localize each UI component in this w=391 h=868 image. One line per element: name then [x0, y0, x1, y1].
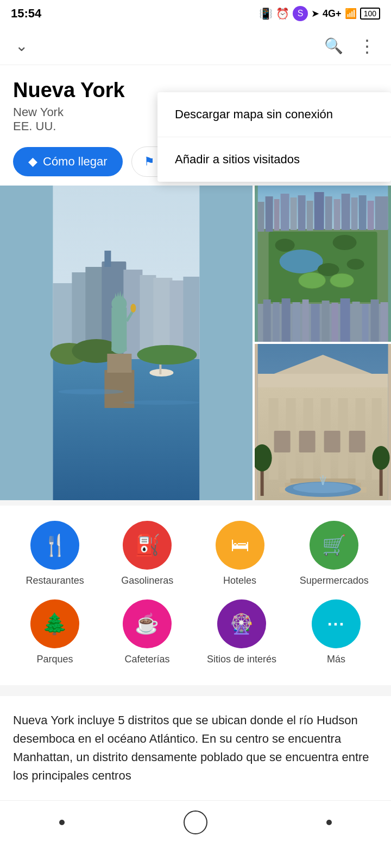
attractions-icon: 🎡: [229, 612, 254, 635]
directions-label: Cómo llegar: [43, 155, 108, 169]
svg-point-26: [58, 389, 123, 394]
svg-point-54: [330, 273, 354, 288]
top-bar: ⌄ 🔍 ⋮ Descargar mapa sin conexión Añadir…: [0, 27, 391, 65]
category-label-supermercados: Supermercados: [300, 575, 369, 587]
category-label-parques: Parques: [36, 654, 73, 666]
description-text: Nueva York incluye 5 distritos que se ub…: [13, 711, 378, 785]
svg-rect-81: [299, 431, 315, 452]
svg-rect-46: [375, 196, 388, 230]
svg-rect-68: [380, 302, 388, 342]
svg-rect-11: [183, 277, 199, 359]
svg-rect-60: [302, 299, 308, 342]
category-circle-hoteles: 🛏: [216, 521, 264, 570]
svg-rect-35: [280, 194, 289, 231]
svg-point-19: [111, 296, 127, 311]
svg-rect-57: [273, 302, 279, 342]
svg-point-14: [137, 345, 197, 365]
svg-rect-45: [367, 201, 374, 230]
category-circle-mas: ···: [312, 599, 361, 648]
svg-rect-40: [325, 196, 332, 230]
svg-point-52: [346, 259, 364, 270]
svg-point-25: [130, 304, 136, 312]
svg-rect-83: [349, 431, 365, 452]
svg-rect-32: [257, 202, 264, 232]
dropdown-item-download[interactable]: Descargar mapa sin conexión: [157, 92, 391, 137]
categories-section: 🍴 Restaurantes ⛽ Gasolineras 🛏 Hoteles 🛒…: [0, 506, 391, 685]
cafe-icon: ☕: [135, 612, 159, 635]
search-icon[interactable]: 🔍: [324, 37, 343, 55]
svg-rect-36: [290, 197, 297, 230]
category-hoteles[interactable]: 🛏 Hoteles: [207, 521, 273, 587]
save-icon: ⚑: [144, 155, 155, 169]
supermarket-icon: 🛒: [322, 534, 346, 557]
dropdown-menu: Descargar mapa sin conexión Añadir a sit…: [157, 92, 391, 182]
svg-rect-64: [340, 298, 350, 342]
category-circle-restaurants: 🍴: [30, 521, 79, 570]
svg-rect-6: [104, 251, 111, 267]
svg-rect-38: [306, 201, 313, 231]
photo-grid: [0, 186, 391, 500]
nav-dot-left: [59, 820, 65, 825]
photo-museum[interactable]: [255, 344, 391, 500]
photo-central-park[interactable]: [255, 186, 391, 342]
svg-point-53: [298, 272, 325, 289]
svg-point-48: [279, 250, 323, 273]
directions-icon: ◆: [28, 155, 37, 169]
svg-rect-62: [321, 301, 329, 342]
svg-rect-56: [263, 299, 270, 342]
svg-rect-33: [265, 196, 273, 232]
svg-point-95: [372, 446, 389, 470]
category-sitios-interes[interactable]: 🎡 Sitios de interés: [207, 599, 276, 666]
svg-rect-39: [314, 192, 324, 230]
svg-rect-18: [111, 308, 127, 351]
category-circle-supermercados: 🛒: [310, 521, 358, 570]
svg-rect-43: [351, 197, 357, 230]
more-options-icon[interactable]: ⋮: [358, 36, 376, 56]
category-gasolineras[interactable]: ⛽ Gasolineras: [115, 521, 180, 587]
svg-rect-63: [331, 303, 338, 342]
category-label-sitios-interes: Sitios de interés: [207, 654, 276, 666]
category-label-cafeterias: Cafeterías: [124, 654, 169, 666]
svg-rect-16: [107, 354, 131, 373]
vibrate-icon: 📳: [259, 7, 273, 20]
restaurant-icon: 🍴: [42, 533, 68, 557]
status-bar: 15:54 📳 ⏰ S ➤ 4G+ 📶 100: [0, 0, 391, 27]
svg-rect-65: [352, 302, 360, 342]
category-cafeterias[interactable]: ☕ Cafeterías: [115, 599, 180, 666]
nav-dot-right: [326, 820, 332, 825]
dropdown-item-add-visited[interactable]: Añadir a sitios visitados: [157, 137, 391, 182]
svg-rect-37: [298, 195, 305, 231]
section-divider-1: [0, 500, 391, 506]
directions-button[interactable]: ◆ Cómo llegar: [13, 147, 123, 176]
category-circle-cafeterias: ☕: [123, 599, 172, 648]
nav-home-circle[interactable]: [184, 810, 207, 834]
svg-rect-59: [292, 302, 300, 342]
category-restaurants[interactable]: 🍴 Restaurantes: [22, 521, 87, 587]
category-mas[interactable]: ··· Más: [304, 599, 369, 666]
category-supermercados[interactable]: 🛒 Supermercados: [300, 521, 369, 587]
svg-rect-44: [358, 195, 366, 230]
category-label-hoteles: Hoteles: [223, 575, 256, 587]
svg-rect-58: [281, 298, 290, 342]
category-label-restaurants: Restaurantes: [26, 575, 84, 587]
section-divider-2: [0, 685, 391, 691]
park-icon: 🌲: [42, 612, 67, 636]
category-row-2: 🌲 Parques ☕ Cafeterías 🎡 Sitios de inter…: [9, 599, 382, 666]
back-chevron-icon[interactable]: ⌄: [15, 37, 28, 55]
description-section: Nueva York incluye 5 distritos que se ub…: [0, 691, 391, 800]
gas-station-icon: ⛽: [135, 533, 160, 557]
signal-icon: 4G+: [323, 8, 342, 20]
svg-rect-34: [274, 199, 279, 231]
category-row-1: 🍴 Restaurantes ⛽ Gasolineras 🛏 Hoteles 🛒…: [9, 521, 382, 587]
svg-rect-80: [274, 431, 290, 452]
category-parques[interactable]: 🌲 Parques: [22, 599, 87, 666]
svg-point-27: [123, 400, 199, 405]
svg-rect-61: [311, 304, 319, 342]
svg-rect-41: [333, 199, 340, 230]
photo-right-column: [255, 186, 391, 500]
bottom-nav: [0, 800, 391, 844]
svg-rect-66: [362, 304, 368, 342]
category-label-mas: Más: [327, 654, 345, 666]
photo-statue-of-liberty[interactable]: [0, 186, 253, 500]
svg-rect-82: [324, 431, 340, 452]
